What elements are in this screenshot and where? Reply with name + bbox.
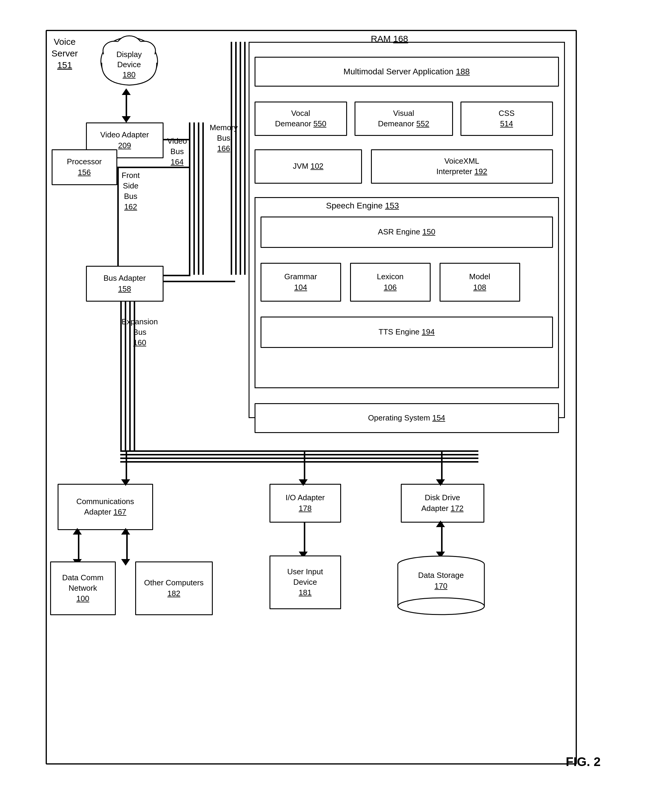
vocal-demeanor-box: VocalDemeanor 550 <box>255 101 347 136</box>
arrow-down <box>122 116 131 123</box>
to-data-storage-v <box>441 523 443 553</box>
jvm-box: JVM 102 <box>255 149 362 184</box>
voicexml-box: VoiceXMLInterpreter 192 <box>371 149 553 184</box>
bus-adapter-box: Bus Adapter158 <box>86 266 164 302</box>
processor-box: Processor156 <box>52 149 117 185</box>
to-data-comm-v <box>78 530 80 560</box>
page: VoiceServer151 DisplayDevice1 <box>0 0 664 812</box>
front-side-bus-label: FrontSideBus162 <box>122 170 140 212</box>
speech-engine-label: Speech Engine 153 <box>326 200 399 212</box>
other-computers-box: Other Computers182 <box>135 561 213 615</box>
fig-label: FIG. 2 <box>566 753 601 771</box>
user-input-device-box: User InputDevice181 <box>270 556 341 609</box>
comms-adapter-box: CommunicationsAdapter 167 <box>58 484 153 530</box>
visual-demeanor-box: VisualDemeanor 552 <box>355 101 453 136</box>
multimodal-app-box: Multimodal Server Application 188 <box>255 57 559 86</box>
front-side-bus-v-line <box>117 166 119 268</box>
to-user-input-v <box>304 523 305 553</box>
lexicon-box: Lexicon106 <box>350 263 431 302</box>
model-box: Model108 <box>439 263 520 302</box>
io-adapter-box: I/O Adapter178 <box>270 484 341 523</box>
display-device: DisplayDevice180 <box>96 34 162 90</box>
svg-point-13 <box>398 598 484 615</box>
video-adapter-h-line <box>164 139 190 140</box>
ram-label: RAM 168 <box>371 33 408 45</box>
bus-adapter-to-memory-bus-h <box>164 281 235 282</box>
bus-adapter-to-video-bus-h <box>164 275 190 276</box>
expansion-bus-lines-v <box>120 302 135 451</box>
expansion-bus-h-line3 <box>120 458 478 459</box>
expansion-bus-h-line4 <box>120 461 478 463</box>
data-comm-network-box: Data CommNetwork100 <box>50 561 116 615</box>
to-other-computers-v <box>126 530 128 560</box>
diagram-container: VoiceServer151 DisplayDevice1 <box>34 18 631 794</box>
arrow-up <box>122 88 131 95</box>
tts-engine-box: TTS Engine 194 <box>260 316 553 348</box>
arrow-down-other-comp <box>121 559 130 566</box>
arrow-up-data-comm <box>73 528 82 535</box>
arrow-up-data-storage <box>436 520 445 527</box>
video-bus-lines <box>189 122 204 275</box>
arrow-to-io <box>299 479 308 486</box>
arrow-to-disk <box>436 479 445 486</box>
os-box: Operating System 154 <box>255 403 559 433</box>
arrow-to-comms <box>121 479 130 486</box>
expansion-bus-h-line <box>120 450 478 452</box>
voice-server-label: VoiceServer151 <box>52 36 78 71</box>
memory-bus-lines <box>231 42 246 275</box>
expansion-bus-h-line2 <box>120 454 478 455</box>
asr-engine-box: ASR Engine 150 <box>260 217 553 248</box>
data-storage-cylinder: Data Storage170 <box>392 556 490 615</box>
disk-drive-adapter-box: Disk DriveAdapter 172 <box>401 484 484 523</box>
css-box: CSS514 <box>461 101 553 136</box>
proc-to-busadapter-h <box>118 166 145 168</box>
video-bus-label: VideoBus164 <box>168 136 187 167</box>
arrow-up-other-comp <box>121 528 130 535</box>
grammar-box: Grammar104 <box>260 263 341 302</box>
